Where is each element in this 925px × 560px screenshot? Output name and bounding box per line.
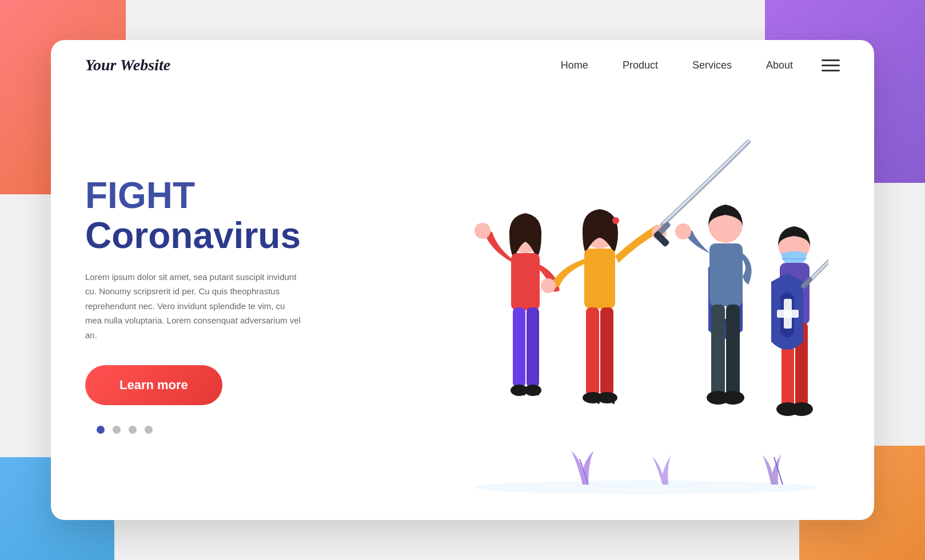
- svg-rect-9: [537, 387, 539, 395]
- svg-point-38: [790, 402, 813, 416]
- svg-rect-26: [709, 243, 743, 306]
- navbar: Your Website Home Product Services About: [51, 40, 874, 90]
- hamburger-line-1: [822, 59, 840, 61]
- svg-point-27: [675, 223, 691, 239]
- dot-1[interactable]: [97, 426, 105, 434]
- hero-left-content: FIGHT Coronavirus Lorem ipsum dolor sit …: [85, 175, 348, 434]
- learn-more-button[interactable]: Learn more: [85, 365, 222, 405]
- svg-rect-29: [726, 305, 740, 396]
- svg-rect-8: [523, 387, 525, 395]
- svg-rect-5: [527, 307, 539, 387]
- nav-item-services[interactable]: Services: [692, 59, 732, 71]
- svg-rect-20: [612, 395, 615, 404]
- logo: Your Website: [85, 56, 170, 74]
- svg-rect-2: [511, 253, 540, 310]
- hero-description: Lorem ipsum dolor sit amet, sea putant s…: [85, 270, 302, 343]
- nav-link-product[interactable]: Product: [623, 59, 658, 71]
- svg-rect-4: [513, 307, 525, 387]
- carousel-dots: [85, 426, 348, 434]
- nav-link-home[interactable]: Home: [561, 59, 588, 71]
- dot-2[interactable]: [113, 426, 121, 434]
- hero-illustration: [348, 90, 840, 519]
- nav-item-about[interactable]: About: [766, 59, 793, 71]
- svg-rect-28: [711, 305, 725, 396]
- svg-rect-40: [777, 310, 799, 318]
- hamburger-line-3: [822, 70, 840, 71]
- hero-title-line1: FIGHT: [85, 175, 348, 215]
- svg-rect-16: [600, 307, 613, 396]
- hamburger-menu[interactable]: [822, 59, 840, 71]
- hero-title-line2: Coronavirus: [85, 215, 348, 255]
- svg-point-3: [475, 223, 491, 239]
- svg-point-31: [721, 391, 744, 405]
- hero-section: FIGHT Coronavirus Lorem ipsum dolor sit …: [51, 90, 874, 519]
- svg-point-0: [474, 481, 817, 494]
- nav-item-product[interactable]: Product: [623, 59, 658, 71]
- svg-rect-12: [584, 249, 615, 309]
- nav-item-home[interactable]: Home: [561, 59, 588, 71]
- nav-link-services[interactable]: Services: [692, 59, 732, 71]
- nav-link-about[interactable]: About: [766, 59, 793, 71]
- svg-point-13: [541, 278, 556, 293]
- nav-links: Home Product Services About: [561, 59, 793, 71]
- hamburger-line-2: [822, 65, 840, 66]
- svg-rect-15: [586, 307, 599, 396]
- dot-3[interactable]: [129, 426, 137, 434]
- svg-rect-19: [597, 395, 600, 404]
- illustration-svg: [360, 119, 828, 507]
- main-card: Your Website Home Product Services About…: [51, 40, 874, 520]
- dot-4[interactable]: [145, 426, 153, 434]
- svg-point-11: [612, 217, 619, 224]
